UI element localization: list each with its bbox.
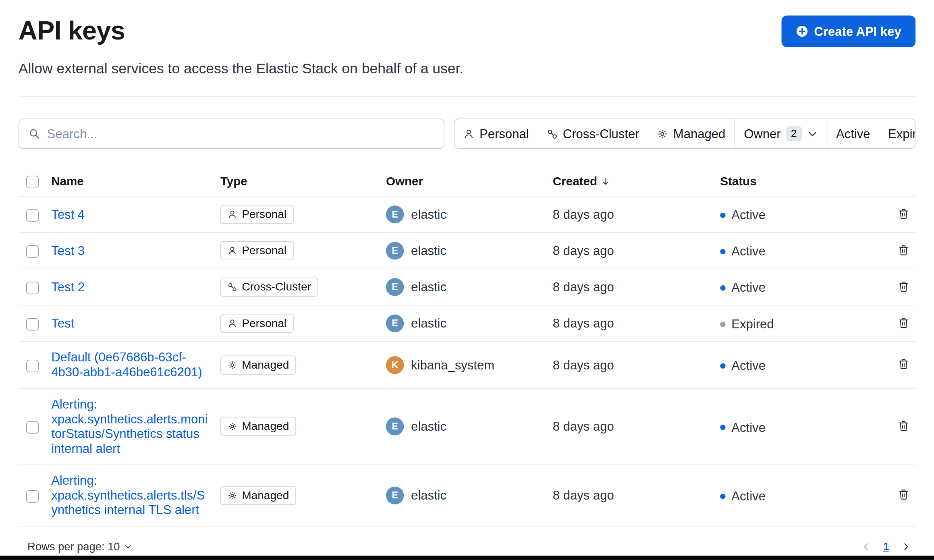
column-header-name[interactable]: Name xyxy=(51,167,220,196)
type-badge: Personal xyxy=(220,314,294,333)
page-title: API keys xyxy=(19,15,125,46)
table-footer: Rows per page: 10 1 xyxy=(19,540,915,554)
column-header-created[interactable]: Created xyxy=(553,167,720,196)
status-dot xyxy=(720,213,725,218)
gear-icon xyxy=(657,129,668,139)
chevron-down-icon xyxy=(807,129,818,139)
page-header: API keys Create API key xyxy=(19,15,915,47)
delete-api-key-button[interactable] xyxy=(897,243,911,257)
status-dot xyxy=(720,494,725,499)
filter-group: Personal Cross-Cluster Managed Owner 2 xyxy=(454,118,915,149)
trash-icon xyxy=(898,208,910,220)
status-label: Active xyxy=(731,208,766,222)
owner-avatar: E xyxy=(386,205,404,223)
row-checkbox[interactable] xyxy=(26,282,39,294)
status-dot xyxy=(720,285,725,290)
header-divider xyxy=(19,96,915,96)
type-badge: Cross-Cluster xyxy=(220,278,318,297)
filter-personal-button[interactable]: Personal xyxy=(455,119,538,148)
cluster-icon xyxy=(228,282,237,292)
filter-active-label: Active xyxy=(836,127,870,141)
delete-api-key-button[interactable] xyxy=(897,419,911,433)
filter-expired-button[interactable]: Expired xyxy=(879,119,915,148)
person-icon xyxy=(463,129,474,139)
bottom-edge-bar xyxy=(0,556,934,560)
delete-api-key-button[interactable] xyxy=(897,207,911,221)
type-badge: Managed xyxy=(220,486,296,505)
create-api-key-label: Create API key xyxy=(814,24,901,38)
api-key-name-link[interactable]: Test 2 xyxy=(51,280,85,295)
table-row: TestPersonalEelastic8 days agoExpired xyxy=(19,305,915,342)
table-row: Test 3PersonalEelastic8 days agoActive xyxy=(19,233,915,269)
filter-cross-cluster-button[interactable]: Cross-Cluster xyxy=(538,119,648,148)
delete-api-key-button[interactable] xyxy=(897,357,911,371)
user-icon xyxy=(228,210,237,220)
created-cell: 8 days ago xyxy=(553,269,720,305)
column-header-type[interactable]: Type xyxy=(220,167,386,196)
filter-cross-cluster-label: Cross-Cluster xyxy=(563,127,639,141)
next-page-button[interactable] xyxy=(901,542,911,552)
row-checkbox[interactable] xyxy=(26,318,39,331)
pagination: 1 xyxy=(861,540,911,554)
rows-per-page-button[interactable]: Rows per page: 10 xyxy=(24,540,136,554)
delete-api-key-button[interactable] xyxy=(897,487,911,502)
type-label: Managed xyxy=(242,420,289,433)
chevron-left-icon xyxy=(861,542,871,552)
owner-avatar: E xyxy=(386,418,404,436)
delete-api-key-button[interactable] xyxy=(897,279,911,293)
user-icon xyxy=(228,246,237,256)
owner-name: elastic xyxy=(411,207,446,222)
chevron-right-icon xyxy=(901,542,911,552)
search-and-filter-bar: Personal Cross-Cluster Managed Owner 2 xyxy=(19,118,915,149)
trash-icon xyxy=(898,358,910,370)
trash-icon xyxy=(898,244,910,256)
delete-api-key-button[interactable] xyxy=(897,315,911,330)
row-checkbox[interactable] xyxy=(26,421,39,434)
type-badge: Personal xyxy=(220,241,294,260)
status-label: Active xyxy=(731,359,766,373)
created-cell: 8 days ago xyxy=(553,342,720,388)
owner-name: kibana_system xyxy=(411,358,494,372)
owner-count-badge: 2 xyxy=(786,126,801,141)
row-checkbox[interactable] xyxy=(26,360,39,372)
select-all-checkbox[interactable] xyxy=(26,176,39,188)
table-row: Alerting: xpack.synthetics.alerts.monito… xyxy=(19,388,915,465)
api-key-name-link[interactable]: Test 4 xyxy=(51,207,85,222)
row-checkbox[interactable] xyxy=(26,209,39,222)
row-checkbox[interactable] xyxy=(26,490,39,503)
search-icon xyxy=(29,128,40,139)
created-cell: 8 days ago xyxy=(553,196,720,232)
created-cell: 8 days ago xyxy=(553,388,720,465)
search-box[interactable] xyxy=(19,118,444,149)
page-number-1[interactable]: 1 xyxy=(883,540,889,554)
previous-page-button[interactable] xyxy=(861,542,871,552)
column-header-actions xyxy=(882,167,915,196)
gear-icon xyxy=(228,360,237,370)
owner-name: elastic xyxy=(411,316,446,330)
column-header-owner[interactable]: Owner xyxy=(386,167,553,196)
type-label: Personal xyxy=(242,244,286,257)
trash-icon xyxy=(898,489,910,501)
create-api-key-button[interactable]: Create API key xyxy=(781,15,915,47)
filter-managed-button[interactable]: Managed xyxy=(648,119,735,148)
search-input[interactable] xyxy=(46,126,436,141)
filter-owner-label: Owner xyxy=(744,127,780,141)
type-label: Managed xyxy=(242,489,289,502)
status-dot xyxy=(720,249,725,254)
api-keys-page: API keys Create API key Allow external s… xyxy=(0,0,934,560)
filter-owner-button[interactable]: Owner 2 xyxy=(735,119,826,148)
api-key-name-link[interactable]: Test xyxy=(51,316,74,331)
created-cell: 8 days ago xyxy=(553,465,720,527)
api-key-name-link[interactable]: Alerting: xpack.synthetics.alerts.tls/Sy… xyxy=(51,473,211,518)
filter-active-button[interactable]: Active xyxy=(827,119,879,148)
table-header-row: Name Type Owner Created Status xyxy=(19,167,915,196)
column-header-status[interactable]: Status xyxy=(720,167,882,196)
api-key-name-link[interactable]: Test 3 xyxy=(51,243,85,258)
row-checkbox[interactable] xyxy=(26,245,39,258)
api-keys-table: Name Type Owner Created Status Test 4Per… xyxy=(19,167,915,527)
api-key-name-link[interactable]: Alerting: xpack.synthetics.alerts.monito… xyxy=(51,397,211,456)
api-key-name-link[interactable]: Default (0e67686b-63cf-4b30-abb1-a46be61… xyxy=(51,351,211,380)
type-badge: Managed xyxy=(220,356,296,375)
table-row: Test 2Cross-ClusterEelastic8 days agoAct… xyxy=(19,269,915,305)
status-label: Active xyxy=(731,420,766,434)
